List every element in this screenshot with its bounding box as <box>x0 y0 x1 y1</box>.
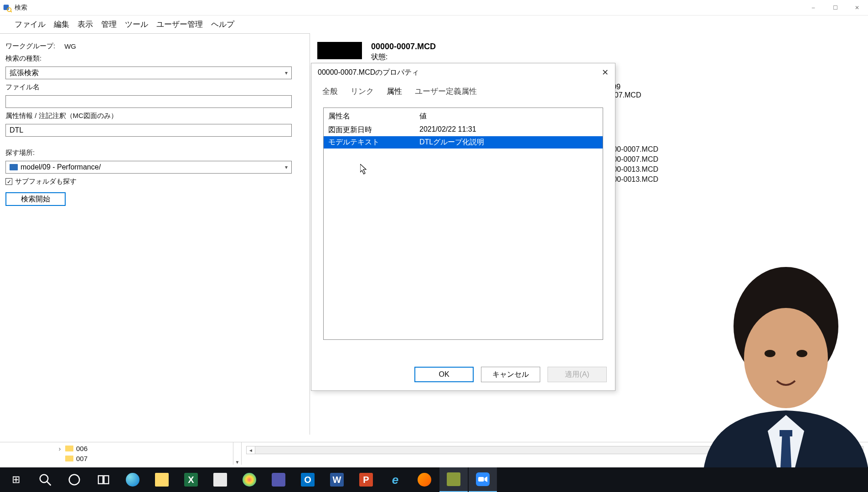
tb-start[interactable]: ⊞ <box>2 467 30 492</box>
svg-rect-8 <box>478 477 484 482</box>
svg-line-2 <box>10 10 12 12</box>
explorer-strip: › 006 007 ▼ ◄ <box>0 442 868 465</box>
workgroup-value: WG <box>64 42 76 50</box>
tab-userattr[interactable]: ユーザー定義属性 <box>414 84 478 98</box>
apply-button: 適用(A) <box>548 367 607 382</box>
subfolders-checkbox[interactable]: ✓ <box>5 178 12 185</box>
attrinfo-label: 属性情報 / 注記注釈（MC図面のみ） <box>5 112 299 120</box>
tb-taskview[interactable] <box>89 467 118 492</box>
close-button[interactable]: ✕ <box>846 0 868 15</box>
ok-button[interactable]: OK <box>414 367 474 382</box>
svg-rect-6 <box>98 476 103 484</box>
attrinfo-input[interactable] <box>5 124 292 137</box>
tb-app2[interactable] <box>439 467 468 492</box>
menu-bar: ファイル 編集 表示 管理 ツール ユーザー管理 ヘルプ <box>0 15 310 34</box>
tb-edge[interactable] <box>119 467 147 492</box>
tb-file-explorer[interactable] <box>148 467 176 492</box>
location-dropdown[interactable]: model/09 - Performance/ ▾ <box>5 161 292 174</box>
folder-icon <box>65 456 73 461</box>
searchtype-value: 拡張検索 <box>10 68 39 78</box>
file-state-label: 状態: <box>371 52 436 62</box>
tb-ie[interactable]: e <box>381 467 409 492</box>
svg-rect-0 <box>4 5 9 10</box>
explorer-hscroll[interactable]: ◄ <box>242 442 868 465</box>
search-panel: ワークグループ: WG 検索の種類: 拡張検索 ▾ ファイル名 属性情報 / 注… <box>0 34 310 435</box>
tb-excel[interactable]: X <box>177 467 205 492</box>
taskbar: ⊞ X O W P e <box>0 467 868 492</box>
svg-point-5 <box>69 475 80 485</box>
scroll-left-icon[interactable]: ◄ <box>246 446 255 454</box>
menu-view[interactable]: 表示 <box>78 19 93 30</box>
properties-dialog: 00000-0007.MCDのプロパティ ✕ 全般 リンク 属性 ユーザー定義属… <box>311 63 615 391</box>
app-icon <box>3 3 12 12</box>
filename-label: ファイル名 <box>5 83 299 92</box>
tb-notepad[interactable] <box>206 467 234 492</box>
tb-paint[interactable] <box>235 467 264 492</box>
menu-user[interactable]: ユーザー管理 <box>156 19 203 30</box>
menu-file[interactable]: ファイル <box>15 19 46 30</box>
svg-line-4 <box>47 482 51 486</box>
menu-manage[interactable]: 管理 <box>101 19 117 30</box>
tab-attr[interactable]: 属性 <box>386 84 403 98</box>
menu-edit[interactable]: 編集 <box>54 19 69 30</box>
tb-zoom[interactable] <box>469 467 497 492</box>
drive-icon <box>10 164 18 170</box>
tb-powerpoint[interactable]: P <box>352 467 380 492</box>
cancel-button[interactable]: キャンセル <box>481 367 540 382</box>
tb-word[interactable]: W <box>323 467 351 492</box>
folder-icon <box>65 446 73 451</box>
col-attrname[interactable]: 属性名 <box>328 112 419 121</box>
workgroup-label: ワークグループ: <box>5 42 55 51</box>
tb-outlook[interactable]: O <box>294 467 322 492</box>
tree-vscroll[interactable]: ▼ <box>233 442 241 465</box>
window-title: 検索 <box>15 4 27 12</box>
svg-point-3 <box>40 475 48 483</box>
tab-link[interactable]: リンク <box>350 84 375 98</box>
filename-input[interactable] <box>5 95 292 108</box>
tb-teams[interactable] <box>264 467 293 492</box>
dialog-title: 00000-0007.MCDのプロパティ <box>318 68 419 77</box>
dialog-close-button[interactable]: ✕ <box>602 67 609 77</box>
tb-cortana[interactable] <box>60 467 88 492</box>
menu-tool[interactable]: ツール <box>125 19 148 30</box>
file-name: 00000-0007.MCD <box>371 42 436 51</box>
attr-row[interactable]: 図面更新日時 2021/02/22 11:31 <box>324 124 603 136</box>
menu-help[interactable]: ヘルプ <box>211 19 234 30</box>
col-attrvalue[interactable]: 値 <box>419 112 427 121</box>
searchtype-label: 検索の種類: <box>5 54 299 63</box>
searchtype-dropdown[interactable]: 拡張検索 ▾ <box>5 67 292 79</box>
tb-app1[interactable] <box>410 467 439 492</box>
tree-folder[interactable]: 007 <box>57 453 241 463</box>
maximize-button[interactable]: ☐ <box>824 0 846 15</box>
tree-folder[interactable]: › 006 <box>57 443 241 453</box>
attributes-list: 属性名 値 図面更新日時 2021/02/22 11:31 モデルテキスト DT… <box>323 108 603 340</box>
subfolders-label: サブフォルダも探す <box>15 177 77 186</box>
chevron-right-icon[interactable]: › <box>57 445 62 452</box>
svg-rect-7 <box>104 476 108 484</box>
title-bar: 検索 – ☐ ✕ <box>0 0 868 15</box>
chevron-down-icon: ▾ <box>285 164 288 170</box>
chevron-down-icon: ▾ <box>285 70 288 76</box>
minimize-button[interactable]: – <box>802 0 824 15</box>
tb-search[interactable] <box>31 467 59 492</box>
file-thumbnail <box>317 42 362 59</box>
search-start-button[interactable]: 検索開始 <box>5 192 66 206</box>
location-value: model/09 - Performance/ <box>21 163 101 171</box>
tab-general[interactable]: 全般 <box>321 84 339 98</box>
location-label: 探す場所: <box>5 149 299 157</box>
attr-row-selected[interactable]: モデルテキスト DTLグループ化説明 <box>324 136 603 149</box>
